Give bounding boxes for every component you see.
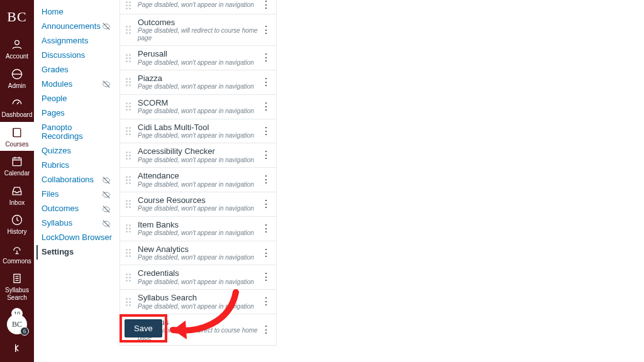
course-nav-announcements[interactable]: Announcements — [42, 19, 114, 34]
nav-item-title: Cidi Labs Multi-Tool — [138, 123, 261, 132]
drag-handle-icon[interactable] — [123, 78, 134, 86]
drag-handle-icon[interactable] — [123, 224, 134, 233]
kebab-menu-icon[interactable]: ⋮ — [261, 272, 271, 282]
nav-item-row[interactable]: Course ResourcesPage disabled, won't app… — [119, 192, 277, 217]
save-highlight-box: Save — [119, 314, 167, 343]
nav-item-row[interactable]: Page disabled, won't appear in navigatio… — [119, 0, 277, 14]
global-nav: BC AccountAdminDashboardCoursesCalendarI… — [0, 0, 34, 362]
nav-item-row[interactable]: Accessibility CheckerPage disabled, won'… — [119, 143, 277, 168]
course-nav-settings[interactable]: Settings — [36, 245, 114, 260]
drag-handle-icon[interactable] — [123, 298, 134, 306]
course-nav-files[interactable]: Files — [42, 187, 114, 202]
gnav-label: Inbox — [9, 199, 25, 207]
gnav-item-syllabus[interactable]: Syllabus Search — [0, 268, 34, 304]
kebab-menu-icon[interactable]: ⋮ — [261, 175, 271, 185]
course-nav-label: Announcements — [42, 21, 101, 31]
course-nav-rubrics[interactable]: Rubrics — [42, 158, 114, 173]
brand-logo[interactable]: BC — [0, 0, 34, 34]
nav-item-row[interactable]: AttendancePage disabled, won't appear in… — [119, 167, 277, 192]
svg-rect-2 — [13, 158, 21, 165]
admin-icon — [10, 67, 24, 81]
save-button[interactable]: Save — [125, 319, 162, 337]
nav-item-subtitle: Page disabled, won't appear in navigatio… — [138, 83, 261, 90]
drag-handle-icon[interactable] — [123, 127, 134, 135]
course-nav-label: People — [42, 94, 67, 103]
course-nav-lockdown-browser[interactable]: LockDown Browser — [42, 231, 114, 245]
nav-item-title: Outcomes — [138, 18, 261, 27]
course-nav-syllabus[interactable]: Syllabus — [42, 216, 114, 231]
kebab-menu-icon[interactable]: ⋮ — [261, 102, 271, 112]
nav-item-title: Syllabus Search — [138, 293, 261, 302]
kebab-menu-icon[interactable]: ⋮ — [261, 53, 271, 63]
gnav-label: Dashboard — [2, 111, 33, 119]
course-nav-label: Syllabus — [42, 218, 72, 228]
gnav-item-account[interactable]: Account — [0, 34, 34, 63]
nav-item-row[interactable]: SCORMPage disabled, won't appear in navi… — [119, 94, 277, 119]
nav-item-subtitle: Page disabled, won't appear in navigatio… — [138, 156, 261, 164]
nav-item-row[interactable]: CredentialsPage disabled, won't appear i… — [119, 265, 277, 290]
drag-handle-icon[interactable] — [123, 1, 134, 9]
course-nav-home[interactable]: Home — [42, 5, 114, 19]
kebab-menu-icon[interactable]: ⋮ — [261, 248, 271, 258]
course-nav-label: Grades — [42, 65, 69, 74]
kebab-menu-icon[interactable]: ⋮ — [261, 297, 271, 307]
drag-handle-icon[interactable] — [123, 26, 134, 34]
course-nav-outcomes[interactable]: Outcomes — [42, 202, 114, 216]
nav-item-row[interactable]: Cidi Labs Multi-ToolPage disabled, won't… — [119, 119, 277, 144]
nav-item-subtitle: Page disabled, won't appear in navigatio… — [138, 303, 261, 310]
nav-item-title: Piazza — [138, 74, 261, 83]
drag-handle-icon[interactable] — [123, 200, 134, 208]
course-nav-quizzes[interactable]: Quizzes — [42, 144, 114, 158]
gnav-item-calendar[interactable]: Calendar — [0, 151, 34, 180]
avatar-initials: BC — [12, 320, 22, 329]
course-nav-label: Discussions — [42, 50, 85, 60]
drag-handle-icon[interactable] — [123, 102, 134, 111]
kebab-menu-icon[interactable]: ⋮ — [261, 199, 271, 209]
gnav-item-inbox[interactable]: Inbox — [0, 180, 34, 210]
drag-handle-icon[interactable] — [123, 54, 134, 62]
avatar[interactable]: BC 6 — [7, 314, 27, 334]
course-nav-label: Quizzes — [42, 146, 71, 155]
nav-item-text: OutcomesPage disabled, will redirect to … — [138, 18, 261, 41]
course-nav-modules[interactable]: Modules — [42, 77, 114, 92]
kebab-menu-icon[interactable]: ⋮ — [261, 325, 271, 335]
gnav-item-courses[interactable]: Courses — [0, 122, 34, 151]
course-nav-people[interactable]: People — [42, 92, 114, 106]
kebab-menu-icon[interactable]: ⋮ — [261, 224, 271, 234]
course-nav-grades[interactable]: Grades — [42, 63, 114, 77]
drag-handle-icon[interactable] — [123, 151, 134, 160]
nav-item-row[interactable]: New AnalyticsPage disabled, won't appear… — [119, 241, 277, 266]
kebab-menu-icon[interactable]: ⋮ — [261, 0, 271, 10]
gnav-item-commons[interactable]: Commons — [0, 239, 34, 268]
course-nav-discussions[interactable]: Discussions — [42, 48, 114, 63]
kebab-menu-icon[interactable]: ⋮ — [261, 126, 271, 136]
hidden-eye-icon — [102, 190, 111, 199]
drag-handle-icon[interactable] — [123, 273, 134, 282]
nav-item-row[interactable]: Syllabus SearchPage disabled, won't appe… — [119, 289, 277, 314]
drag-handle-icon[interactable] — [123, 249, 134, 257]
kebab-menu-icon[interactable]: ⋮ — [261, 150, 271, 160]
collapse-nav-icon[interactable] — [9, 341, 25, 356]
gnav-label: Calendar — [4, 170, 30, 177]
drag-handle-icon[interactable] — [123, 176, 134, 184]
kebab-menu-icon[interactable]: ⋮ — [261, 25, 271, 35]
course-nav-pages[interactable]: Pages — [42, 106, 114, 121]
gnav-label: Syllabus Search — [0, 287, 34, 301]
course-nav-collaborations[interactable]: Collaborations — [42, 173, 114, 187]
nav-item-subtitle: Page disabled, won't appear in navigatio… — [138, 254, 261, 261]
nav-item-title: Attendance — [138, 172, 261, 180]
course-nav-label: Panopto Recordings — [42, 123, 83, 141]
course-nav-panopto-recordings[interactable]: Panopto Recordings — [42, 121, 114, 145]
nav-item-row[interactable]: PerusallPage disabled, won't appear in n… — [119, 45, 277, 70]
nav-item-row[interactable]: Item BanksPage disabled, won't appear in… — [119, 216, 277, 241]
gnav-item-dashboard[interactable]: Dashboard — [0, 92, 34, 122]
course-nav-assignments[interactable]: Assignments — [42, 34, 114, 48]
gnav-item-history[interactable]: History — [0, 209, 34, 239]
nav-item-row[interactable]: OutcomesPage disabled, will redirect to … — [119, 14, 277, 46]
kebab-menu-icon[interactable]: ⋮ — [261, 77, 271, 87]
gnav-label: Courses — [5, 141, 28, 148]
nav-item-row[interactable]: PiazzaPage disabled, won't appear in nav… — [119, 70, 277, 95]
course-nav-label: Outcomes — [42, 204, 79, 213]
nav-item-title: SCORM — [138, 99, 261, 107]
gnav-item-admin[interactable]: Admin — [0, 63, 34, 93]
